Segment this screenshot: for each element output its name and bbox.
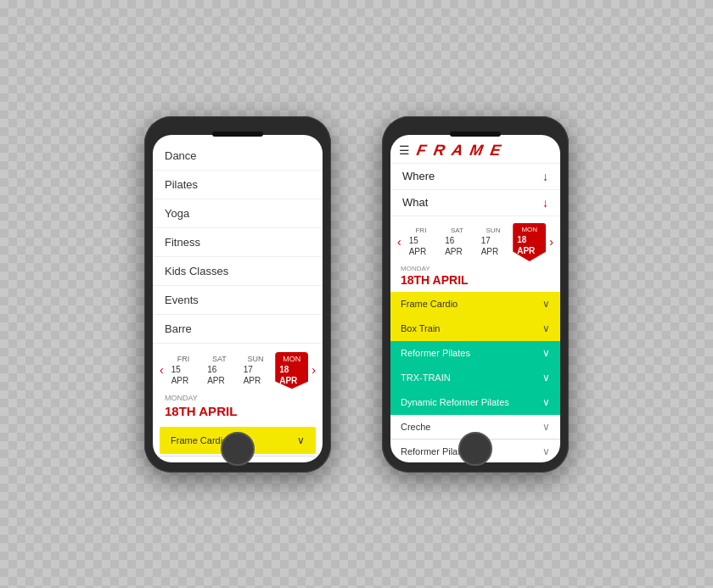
date2-sun[interactable]: SUN 17 APR bbox=[477, 225, 510, 259]
where-filter[interactable]: Where ↓ bbox=[390, 164, 560, 190]
class2-frame-cardio[interactable]: Frame Cardio ∨ bbox=[390, 292, 560, 316]
prev-arrow-2[interactable]: ‹ bbox=[397, 235, 401, 249]
day2-sat: SAT bbox=[451, 227, 463, 235]
day-sat: SAT bbox=[212, 355, 227, 365]
day2-fri: FRI bbox=[415, 227, 426, 235]
date2-mon-num: 18 APR bbox=[517, 234, 542, 256]
next-arrow-1[interactable]: › bbox=[312, 363, 316, 377]
phone-1-screen: Dance Pilates Yoga Fitness Kids Classes … bbox=[153, 135, 323, 462]
date-sat-num: 16 APR bbox=[207, 364, 232, 386]
chevron-icon: ∨ bbox=[297, 434, 305, 446]
day-mon: MON bbox=[283, 355, 300, 365]
date2-sun-num: 17 APR bbox=[481, 235, 506, 257]
monday-label-1: MONDAY bbox=[153, 394, 323, 404]
date-fri-num: 15 APR bbox=[171, 364, 196, 386]
date-title-1: 18TH APRIL bbox=[153, 404, 323, 425]
date2-fri[interactable]: FRI 15 APR bbox=[405, 225, 438, 259]
date-sat[interactable]: SAT 16 APR bbox=[203, 353, 236, 389]
screen-2-content: ☰ F R A M E Where ↓ What ↓ ‹ FRI 15 APR bbox=[390, 135, 560, 462]
phone-2-screen: ☰ F R A M E Where ↓ What ↓ ‹ FRI 15 APR bbox=[390, 135, 560, 462]
what-filter[interactable]: What ↓ bbox=[390, 190, 560, 216]
date2-sat[interactable]: SAT 16 APR bbox=[441, 225, 474, 259]
date2-mon-active[interactable]: MON 18 APR bbox=[513, 223, 546, 261]
date-title-2: 18TH APRIL bbox=[390, 273, 560, 292]
chevron-icon: ∨ bbox=[542, 372, 550, 384]
chevron-icon: ∨ bbox=[542, 298, 550, 310]
date-nav-1: ‹ FRI 15 APR SAT 16 APR SUN 17 APR MON 1… bbox=[153, 344, 323, 395]
chevron-icon: ∨ bbox=[542, 396, 550, 408]
class2-name: Reformer Pilates bbox=[401, 348, 470, 358]
class2-box-train[interactable]: Box Train ∨ bbox=[390, 316, 560, 341]
phone-1: Dance Pilates Yoga Fitness Kids Classes … bbox=[144, 116, 331, 473]
menu-item-barre[interactable]: Barre bbox=[153, 315, 323, 344]
class2-trx-train[interactable]: TRX-TRAIN ∨ bbox=[390, 366, 560, 390]
class2-dynamic-reformer[interactable]: Dynamic Reformer Pilates ∨ bbox=[390, 390, 560, 415]
date-sun-num: 17 APR bbox=[244, 364, 268, 386]
chevron-icon: ∨ bbox=[542, 347, 550, 359]
what-label: What bbox=[402, 196, 428, 209]
menu-item-fitness[interactable]: Fitness bbox=[153, 228, 323, 257]
menu-item-yoga[interactable]: Yoga bbox=[153, 199, 323, 228]
chevron-icon: ∨ bbox=[542, 322, 550, 334]
monday-label-2: MONDAY bbox=[390, 265, 560, 273]
what-arrow-icon: ↓ bbox=[542, 196, 548, 210]
date2-fri-num: 15 APR bbox=[409, 235, 434, 257]
next-arrow-2[interactable]: › bbox=[549, 235, 553, 249]
menu-item-pilates[interactable]: Pilates bbox=[153, 171, 323, 199]
home-button-2[interactable] bbox=[458, 432, 492, 466]
app-logo: F R A M E bbox=[417, 142, 502, 160]
menu-item-dance[interactable]: Dance bbox=[153, 142, 323, 171]
logo-text: F R A M E bbox=[415, 142, 503, 160]
day2-mon: MON bbox=[521, 226, 537, 234]
date-fri[interactable]: FRI 15 APR bbox=[167, 353, 200, 389]
class2-name: Frame Cardio bbox=[401, 299, 458, 309]
day-sun: SUN bbox=[247, 355, 263, 365]
class2-name: Box Train bbox=[401, 323, 440, 333]
class2-name: Creche bbox=[401, 422, 430, 432]
home-button-1[interactable] bbox=[221, 432, 255, 466]
screen-1-content: Dance Pilates Yoga Fitness Kids Classes … bbox=[153, 135, 323, 462]
prev-arrow-1[interactable]: ‹ bbox=[160, 363, 164, 377]
class2-reformer-pilates[interactable]: Reformer Pilates ∨ bbox=[390, 341, 560, 366]
where-arrow-icon: ↓ bbox=[542, 170, 548, 183]
phone-2: ☰ F R A M E Where ↓ What ↓ ‹ FRI 15 APR bbox=[382, 116, 569, 473]
menu-item-events[interactable]: Events bbox=[153, 286, 323, 315]
class-name: Frame Cardio bbox=[171, 435, 227, 445]
hamburger-icon[interactable]: ☰ bbox=[399, 143, 410, 157]
date-mon-active[interactable]: MON 18 APR bbox=[275, 352, 308, 389]
app-header: ☰ F R A M E bbox=[390, 135, 560, 164]
date-sun[interactable]: SUN 17 APR bbox=[239, 353, 272, 389]
where-label: Where bbox=[402, 170, 435, 182]
chevron-icon: ∨ bbox=[542, 445, 550, 457]
class2-name: TRX-TRAIN bbox=[401, 372, 451, 383]
day-fri: FRI bbox=[177, 355, 190, 365]
class2-name: Dynamic Reformer Pilates bbox=[401, 397, 509, 407]
menu-item-kids[interactable]: Kids Classes bbox=[153, 257, 323, 286]
date-nav-2: ‹ FRI 15 APR SAT 16 APR SUN 17 APR MON 1… bbox=[390, 216, 560, 265]
chevron-icon: ∨ bbox=[542, 421, 550, 433]
date-mon-num: 18 APR bbox=[279, 364, 304, 386]
day2-sun: SUN bbox=[486, 227, 501, 235]
date2-sat-num: 16 APR bbox=[445, 235, 469, 257]
